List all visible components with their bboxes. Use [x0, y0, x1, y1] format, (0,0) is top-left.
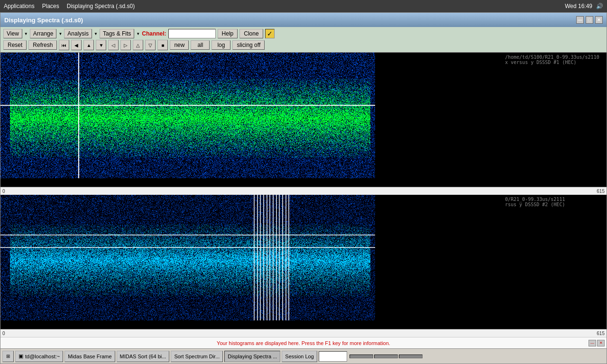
terminal-icon: ▣ — [18, 353, 23, 359]
axis-bottom-top: 0 615 — [0, 187, 607, 195]
nav-down-button[interactable]: ▽ — [145, 40, 156, 50]
maximize-button[interactable]: □ — [586, 16, 593, 24]
nav-prev-small-button[interactable]: ◀ — [71, 40, 82, 50]
nav-fast-bwd-button[interactable]: ▼ — [96, 40, 106, 50]
taskbar-slider-1[interactable] — [349, 355, 373, 358]
spectrum-container: /home/td/S100/R21_0-99.33us/s2110 x vers… — [0, 53, 607, 337]
spectrum-panel-top: /home/td/S100/R21_0-99.33us/s2110 x vers… — [0, 53, 607, 187]
x-max-top: 615 — [597, 189, 605, 194]
session-log-label: Session Log — [285, 354, 314, 359]
checkbox-button[interactable]: ✓ — [265, 29, 275, 38]
spectrum-info-top: /home/td/S100/R21_0-99.33us/s2110 x vers… — [502, 53, 607, 187]
taskbar-app-midas-sort[interactable]: MIDAS Sort (64 bi... — [117, 351, 170, 362]
taskbar: ⊞ ▣ td@localhost:~ Midas Base Frame MIDA… — [0, 348, 607, 364]
minimize-button[interactable]: — — [576, 16, 584, 24]
tags-fits-arrow-icon: ▼ — [136, 32, 140, 36]
analysis-arrow-icon: ▼ — [94, 32, 98, 36]
midas-sort-label: MIDAS Sort (64 bi... — [120, 354, 166, 359]
all-button[interactable]: all — [191, 40, 210, 50]
arrange-menu-button[interactable]: Arrange — [30, 29, 57, 38]
system-bar: Applications Places Displaying Spectra (… — [0, 0, 607, 12]
channel-input[interactable] — [168, 29, 216, 38]
toolbar-area: View ▼ Arrange ▼ Analysis ▼ Tags & Fits … — [0, 27, 607, 53]
clock: Wed 16:49 — [565, 3, 592, 9]
spectrum-path-bottom: 0/R21_0-99.33us/s2111 — [505, 197, 604, 202]
window-title-system: Displaying Spectra (.sd.s0) — [67, 3, 135, 9]
sort-spectrum-label: Sort Spectrum Dir... — [174, 354, 220, 359]
spectrum-canvas-top[interactable] — [0, 53, 502, 187]
arrange-arrow-icon: ▼ — [58, 32, 62, 36]
applications-menu[interactable]: Applications — [4, 3, 35, 9]
x-min-bottom: 0 — [2, 331, 5, 336]
view-menu-button[interactable]: View — [3, 29, 22, 38]
terminal-label: td@localhost:~ — [25, 354, 60, 359]
window-titlebar: Displaying Spectra (.sd.s0) — □ ✕ — [0, 13, 607, 27]
help-button[interactable]: Help — [218, 29, 238, 38]
spectrum-path-top: /home/td/S100/R21_0-99.33us/s2110 — [505, 55, 604, 60]
midas-base-label: Midas Base Frame — [68, 354, 111, 359]
nav-fast-fwd-button[interactable]: ▲ — [83, 40, 94, 50]
volume-icon[interactable]: 🔊 — [596, 3, 603, 9]
view-arrow-icon: ▼ — [24, 32, 28, 36]
nav-right-button[interactable]: ▷ — [120, 40, 131, 50]
spectrum-subtitle-bottom: rsus y DSSSD #2 (HEC) — [505, 202, 604, 207]
status-minimize-btn[interactable]: — — [589, 340, 596, 346]
toolbar-row-1: View ▼ Arrange ▼ Analysis ▼ Tags & Fits … — [3, 29, 604, 38]
clone-button[interactable]: Clone — [239, 29, 263, 38]
nav-first-button[interactable]: ⏮ — [59, 40, 69, 50]
taskbar-app-terminal[interactable]: ▣ td@localhost:~ — [15, 351, 63, 362]
main-window: Displaying Spectra (.sd.s0) — □ ✕ View ▼… — [0, 12, 607, 364]
new-button[interactable]: new — [170, 40, 189, 50]
tags-fits-menu-button[interactable]: Tags & Fits — [100, 29, 134, 38]
taskbar-input[interactable] — [319, 351, 347, 362]
x-max-bottom: 615 — [597, 331, 605, 336]
status-close-btn[interactable]: ✕ — [597, 340, 605, 346]
spectrum-info-bottom: 0/R21_0-99.33us/s2111 rsus y DSSSD #2 (H… — [502, 195, 607, 329]
status-bar: Your histograms are displayed here. Pres… — [0, 337, 607, 348]
status-close-buttons: — ✕ — [589, 340, 605, 346]
slicing-off-button[interactable]: slicing off — [232, 40, 265, 50]
spectrum-subtitle-top: x versus y DSSSD #1 (HEC) — [505, 60, 604, 65]
refresh-button[interactable]: Refresh — [28, 40, 57, 50]
x-min-top: 0 — [2, 189, 5, 194]
taskbar-app-displaying-spectra[interactable]: Displaying Spectra ... — [224, 351, 280, 362]
toolbar-row-2: Reset Refresh ⏮ ◀ ▲ ▼ ◁ ▷ △ ▽ ■ new all … — [3, 40, 604, 50]
log-button[interactable]: log — [212, 40, 230, 50]
main-content: /home/td/S100/R21_0-99.33us/s2110 x vers… — [0, 53, 607, 348]
taskbar-app-session-log[interactable]: Session Log — [282, 351, 317, 362]
titlebar-buttons: — □ ✕ — [576, 16, 603, 24]
close-button[interactable]: ✕ — [595, 16, 603, 24]
axis-bottom-bottom: 0 615 — [0, 329, 607, 337]
spectrum-canvas-bottom[interactable] — [0, 195, 502, 329]
status-message: Your histograms are displayed here. Pres… — [217, 340, 390, 346]
spectrum-panel-bottom: 0/R21_0-99.33us/s2111 rsus y DSSSD #2 (H… — [0, 195, 607, 329]
reset-button[interactable]: Reset — [3, 40, 27, 50]
nav-left-button[interactable]: ◁ — [108, 40, 119, 50]
places-menu[interactable]: Places — [42, 3, 59, 9]
taskbar-app-midas-base[interactable]: Midas Base Frame — [64, 351, 115, 362]
channel-label: Channel: — [142, 30, 166, 37]
nav-stop-button[interactable]: ■ — [157, 40, 168, 50]
window-title: Displaying Spectra (.sd.s0) — [4, 17, 83, 24]
taskbar-slider-2[interactable] — [374, 355, 398, 358]
taskbar-app-sort-spectrum[interactable]: Sort Spectrum Dir... — [171, 351, 223, 362]
taskbar-slider-3[interactable] — [399, 355, 423, 358]
displaying-spectra-label: Displaying Spectra ... — [228, 354, 277, 359]
taskbar-desktop-button[interactable]: ⊞ — [2, 351, 14, 362]
analysis-menu-button[interactable]: Analysis — [64, 29, 92, 38]
nav-up-button[interactable]: △ — [133, 40, 143, 50]
